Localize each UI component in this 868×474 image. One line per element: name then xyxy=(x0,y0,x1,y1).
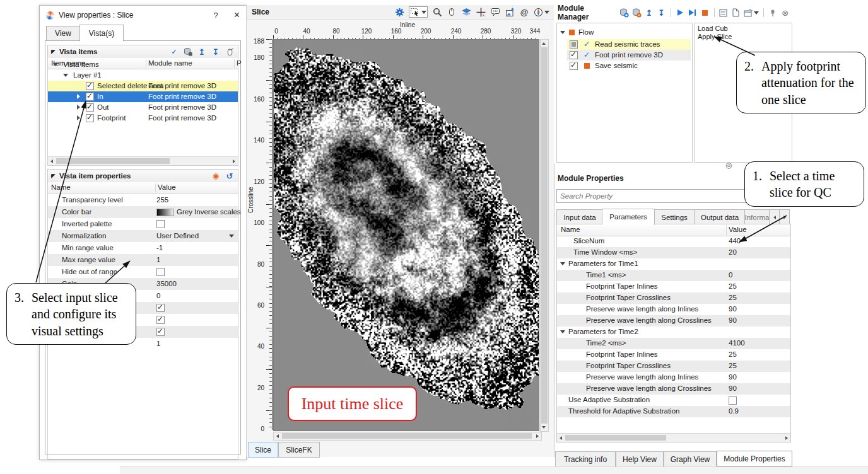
tab-view[interactable]: View xyxy=(46,26,80,41)
parameter-row[interactable]: Preserve wave length along Inlines90 xyxy=(557,372,790,383)
layers-icon[interactable] xyxy=(461,7,471,17)
flow-module-row[interactable]: ✓ Foot print remove 3D xyxy=(567,50,691,61)
inverted-palette-checkbox[interactable] xyxy=(156,220,165,228)
module-checkbox[interactable] xyxy=(570,51,578,59)
new-file-icon[interactable] xyxy=(731,8,741,18)
tab-output-data[interactable]: Output data xyxy=(694,209,746,225)
dropdown-arrow-icon[interactable] xyxy=(754,11,759,14)
tab-graph-view[interactable]: Graph View xyxy=(664,451,717,467)
vista-items-section-header[interactable]: ◤ Vista items ✓ ↥ ↧ xyxy=(47,45,238,59)
expander-icon[interactable] xyxy=(560,262,565,265)
flow-module-row[interactable]: Save seismic xyxy=(567,61,691,71)
hide-out-of-range-checkbox[interactable] xyxy=(156,268,165,276)
item-checkbox[interactable] xyxy=(86,103,94,112)
list-item[interactable]: Apply Slice xyxy=(695,32,792,40)
tab-scroll-left-icon[interactable] xyxy=(769,209,780,225)
property-row[interactable]: Min range value -1 xyxy=(48,242,238,254)
tab-vistas[interactable]: Vista(s) xyxy=(79,25,124,42)
select-tool-button[interactable] xyxy=(409,6,428,18)
expander-icon[interactable] xyxy=(560,31,565,34)
apply-check-icon[interactable]: ✓ xyxy=(169,47,179,57)
property-row[interactable]: Color bar Grey Inverse scales xyxy=(48,206,238,218)
property-checkbox[interactable] xyxy=(156,328,165,336)
scrollbar-thumb[interactable] xyxy=(282,433,532,439)
scrollbar-thumb[interactable] xyxy=(56,158,170,164)
target-overlay-icon[interactable]: ◎ xyxy=(725,161,732,170)
move-to-top-icon[interactable]: ↥ xyxy=(197,47,207,57)
horizontal-scrollbar[interactable] xyxy=(48,156,238,165)
run-flow-icon[interactable] xyxy=(676,8,685,18)
item-checkbox[interactable] xyxy=(86,82,94,90)
pick-tool-icon[interactable] xyxy=(225,47,235,57)
flow-root-node[interactable]: Flow xyxy=(557,27,691,38)
export-image-icon[interactable] xyxy=(505,7,515,17)
parameter-row[interactable]: Preserve wave length along Crosslines90 xyxy=(557,315,790,327)
copy-properties-icon[interactable] xyxy=(183,47,193,57)
parameter-row[interactable]: Use Adaptive Substration xyxy=(557,395,790,406)
tab-settings[interactable]: Settings xyxy=(654,209,695,225)
expander-icon[interactable] xyxy=(77,115,80,120)
tab-information[interactable]: Informa xyxy=(744,209,770,225)
zoom-icon[interactable] xyxy=(432,7,442,17)
parameter-row[interactable]: Time1 <ms>0 xyxy=(557,270,790,281)
parameter-row[interactable]: SliceNum440 xyxy=(557,236,790,247)
vista-item-properties-section-header[interactable]: ◤ Vista item properties ◉ ↺ xyxy=(47,169,238,183)
dropdown-arrow-icon[interactable] xyxy=(229,234,234,238)
parameter-row[interactable]: Footprint Taper Inlines25 xyxy=(557,281,790,292)
parameter-row[interactable]: Preserve wave length along Inlines90 xyxy=(557,304,790,315)
list-item[interactable]: Load Cub xyxy=(695,23,792,32)
parameter-row[interactable]: Time Window <ms>20 xyxy=(557,247,790,258)
parameter-row[interactable]: Time2 <ms>4100 xyxy=(557,338,790,349)
tree-row-selected-delete-area[interactable]: Selected delete area Foot print remove 3… xyxy=(48,81,238,91)
crosshair-icon[interactable] xyxy=(476,7,486,17)
vertical-scrollbar[interactable] xyxy=(540,39,549,432)
parameter-row[interactable]: Footprint Taper Crosslines25 xyxy=(557,292,790,304)
close-icon[interactable]: × xyxy=(234,9,240,21)
colorbar-swatch[interactable] xyxy=(156,209,174,216)
undo-icon[interactable]: ↺ xyxy=(225,171,235,181)
horizontal-scrollbar[interactable] xyxy=(273,432,542,441)
detach-icon[interactable]: ⊗ xyxy=(780,8,790,18)
move-up-icon[interactable]: ↥ xyxy=(645,8,654,18)
tab-slicefk[interactable]: SliceFK xyxy=(278,442,320,458)
property-checkbox[interactable] xyxy=(156,304,165,312)
dropdown-arrow-icon[interactable] xyxy=(421,11,426,14)
help-button[interactable]: ? xyxy=(213,11,218,20)
property-row[interactable]: Hide out of range xyxy=(48,266,238,278)
run-to-icon[interactable] xyxy=(688,8,697,18)
dropdown-arrow-icon[interactable] xyxy=(544,11,549,14)
tab-slice[interactable]: Slice xyxy=(248,442,278,458)
tab-scroll-right-icon[interactable] xyxy=(779,209,790,225)
property-row[interactable]: Normalization User Defined xyxy=(48,230,238,242)
move-down-icon[interactable]: ↧ xyxy=(657,8,666,18)
mouse-tool-icon[interactable] xyxy=(447,7,457,17)
parameter-row[interactable]: Threshold for Adaptive Substration0.9 xyxy=(557,406,790,417)
item-checkbox[interactable] xyxy=(86,114,94,122)
expander-icon[interactable] xyxy=(63,74,68,77)
parameter-row[interactable]: Preserve wave length along Crosslines90 xyxy=(557,383,790,395)
tab-help-view[interactable]: Help View xyxy=(616,451,664,467)
window-titlebar[interactable]: View properties : Slice ? × xyxy=(40,6,246,25)
tree-row-out[interactable]: Out Foot print remove 3D xyxy=(48,102,238,113)
tab-input-data[interactable]: Input data xyxy=(556,209,603,225)
property-row[interactable]: Max range value 1 xyxy=(48,254,238,266)
stop-icon[interactable] xyxy=(700,8,710,18)
property-row[interactable]: Inverted palette xyxy=(48,218,238,230)
tab-module-properties[interactable]: Module Properties xyxy=(717,451,792,466)
expander-icon[interactable] xyxy=(77,94,80,99)
move-to-bottom-icon[interactable]: ↧ xyxy=(211,47,221,57)
module-checkbox[interactable] xyxy=(570,62,578,70)
expander-icon[interactable] xyxy=(77,105,80,110)
tree-row-in[interactable]: In Foot print remove 3D xyxy=(48,91,238,102)
property-checkbox[interactable] xyxy=(156,316,165,324)
log-list-icon[interactable] xyxy=(719,8,729,18)
use-adaptive-substration-checkbox[interactable] xyxy=(729,396,737,405)
item-checkbox[interactable] xyxy=(86,93,94,101)
expander-icon[interactable] xyxy=(53,63,58,66)
tab-tracking-info[interactable]: Tracking info xyxy=(555,451,616,467)
new-window-button[interactable] xyxy=(744,9,759,17)
tree-row-footprint[interactable]: Footprint Foot print remove 3D xyxy=(48,113,238,124)
target-icon[interactable]: ◉ xyxy=(211,171,221,181)
pin-icon[interactable] xyxy=(768,8,778,18)
add-module-icon[interactable] xyxy=(619,8,629,18)
